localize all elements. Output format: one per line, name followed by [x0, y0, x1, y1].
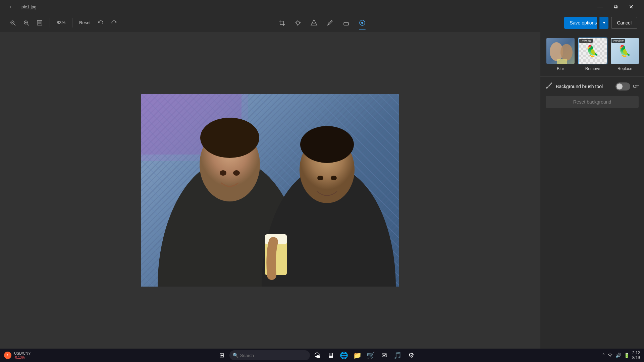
svg-point-19 — [361, 22, 363, 24]
remove-option[interactable]: Preview 🦜 Remove — [578, 38, 607, 71]
toggle-knob — [616, 83, 623, 89]
search-wrapper: 🔍 — [229, 350, 310, 360]
replace-label: Replace — [618, 66, 632, 71]
photo-canvas[interactable] — [141, 94, 399, 287]
minimize-button[interactable]: — — [592, 1, 608, 12]
system-tray-chevron[interactable]: ^ — [602, 353, 605, 358]
cancel-button[interactable]: Cancel — [611, 17, 637, 29]
preview-badge-replace: Preview — [611, 39, 625, 43]
taskbar-left: 1 USD/CNY -0.13% — [4, 351, 31, 359]
taskbar-music-button[interactable]: 🎵 — [392, 349, 404, 361]
window-controls: — ⧉ ✕ — [592, 1, 639, 12]
taskbar-widgets-button[interactable]: 🌤 — [311, 349, 323, 361]
volume-icon[interactable]: 🔊 — [615, 353, 621, 358]
toolbar-center-tools — [274, 15, 370, 30]
canvas-area — [0, 32, 540, 349]
reset-background-button[interactable]: Reset background — [546, 96, 639, 108]
fit-view-button[interactable] — [34, 17, 46, 29]
toolbar-left: 83% Reset — [7, 17, 120, 29]
panel-divider-1 — [540, 76, 644, 77]
crop-tool-button[interactable] — [274, 15, 289, 30]
taskbar-browser-button[interactable]: 🌐 — [338, 349, 350, 361]
taskbar-store-button[interactable]: 🛒 — [365, 349, 377, 361]
toolbar-right: Save options ▾ Cancel — [564, 17, 637, 29]
zoom-in-button[interactable] — [20, 17, 32, 29]
svg-rect-8 — [38, 21, 41, 24]
taskbar: 1 USD/CNY -0.13% ⊞ 🔍 🌤 🖥 🌐 📁 🛒 ✉ 🎵 ⚙ ^ 🔊… — [0, 349, 644, 362]
redo-button[interactable] — [108, 17, 120, 29]
brush-tool-label: Background brush tool — [556, 84, 612, 89]
zoom-level: 83% — [54, 19, 68, 26]
blur-option[interactable]: Blur — [546, 38, 575, 71]
taskbar-clock[interactable]: 2:12 8/19 — [632, 351, 640, 360]
currency-pair: USD/CNY — [14, 351, 31, 355]
taskbar-currency: USD/CNY -0.13% — [14, 351, 31, 359]
svg-point-25 — [200, 118, 259, 158]
svg-point-32 — [233, 170, 240, 176]
taskbar-settings-button[interactable]: ⚙ — [405, 349, 417, 361]
svg-rect-17 — [344, 22, 348, 25]
wifi-icon[interactable] — [607, 353, 613, 358]
currency-badge: 1 — [4, 352, 11, 359]
search-icon: 🔍 — [233, 353, 238, 358]
svg-point-28 — [300, 126, 354, 163]
replace-thumbnail: Preview 🦜 — [610, 38, 640, 64]
save-options-button[interactable]: Save options — [564, 17, 597, 29]
right-panel: Blur Preview 🦜 Remove Preview 🦜 — [540, 32, 644, 349]
brush-tool-row: Background brush tool Off — [546, 82, 639, 90]
taskbar-mail-button[interactable]: ✉ — [378, 349, 390, 361]
taskbar-center: ⊞ 🔍 🌤 🖥 🌐 📁 🛒 ✉ 🎵 ⚙ — [35, 349, 599, 361]
zoom-out-button[interactable] — [7, 17, 19, 29]
svg-point-31 — [220, 170, 226, 176]
image-container — [141, 94, 399, 287]
blur-thumbnail — [546, 38, 575, 64]
filter-tool-button[interactable] — [307, 15, 321, 30]
toggle-state-label: Off — [633, 84, 639, 89]
currency-change: -0.13% — [14, 356, 31, 359]
adjust-tool-button[interactable] — [290, 15, 305, 30]
erase-tool-button[interactable] — [339, 15, 354, 30]
date-display: 8/19 — [632, 355, 640, 360]
svg-line-1 — [14, 24, 15, 25]
remove-label: Remove — [585, 66, 600, 71]
undo-button[interactable] — [95, 17, 107, 29]
blur-label: Blur — [557, 66, 564, 71]
divider — [50, 18, 50, 27]
brush-icon — [546, 82, 552, 90]
back-button[interactable]: ← — [5, 1, 17, 13]
background-options: Blur Preview 🦜 Remove Preview 🦜 — [546, 38, 639, 71]
svg-point-9 — [296, 21, 300, 24]
taskbar-search-input[interactable] — [229, 350, 310, 360]
divider2 — [72, 18, 72, 27]
background-tool-button[interactable] — [355, 15, 370, 30]
remove-thumbnail: Preview 🦜 — [578, 38, 607, 64]
svg-point-33 — [317, 176, 323, 180]
svg-rect-37 — [557, 59, 567, 64]
reset-button[interactable]: Reset — [76, 19, 93, 26]
brush-tool-toggle[interactable] — [615, 82, 630, 90]
svg-point-38 — [546, 87, 548, 89]
svg-point-36 — [560, 44, 573, 61]
save-options-chevron-button[interactable]: ▾ — [599, 17, 608, 29]
taskbar-right: ^ 🔊 🔋 2:12 8/19 — [602, 351, 640, 360]
toggle-container: Off — [615, 82, 639, 90]
preview-badge-remove: Preview — [579, 39, 593, 43]
window-title: pic1.jpg — [21, 4, 37, 9]
taskbar-desktop-button[interactable]: 🖥 — [325, 349, 337, 361]
battery-icon[interactable]: 🔋 — [624, 353, 630, 358]
svg-line-4 — [27, 24, 29, 25]
restore-button[interactable]: ⧉ — [608, 1, 623, 12]
replace-option[interactable]: Preview 🦜 Replace — [610, 38, 640, 71]
close-button[interactable]: ✕ — [623, 1, 639, 12]
svg-marker-14 — [311, 20, 317, 25]
time-display: 2:12 — [632, 351, 640, 355]
start-menu-button[interactable]: ⊞ — [216, 349, 228, 361]
draw-tool-button[interactable] — [323, 15, 337, 30]
title-bar: ← pic1.jpg — ⧉ ✕ — [0, 0, 644, 13]
main-content: Blur Preview 🦜 Remove Preview 🦜 — [0, 32, 644, 349]
taskbar-files-button[interactable]: 📁 — [352, 349, 364, 361]
svg-point-34 — [331, 176, 337, 180]
title-bar-left: ← pic1.jpg — [5, 1, 37, 13]
toolbar: 83% Reset Save options ▾ Canc — [0, 13, 644, 32]
